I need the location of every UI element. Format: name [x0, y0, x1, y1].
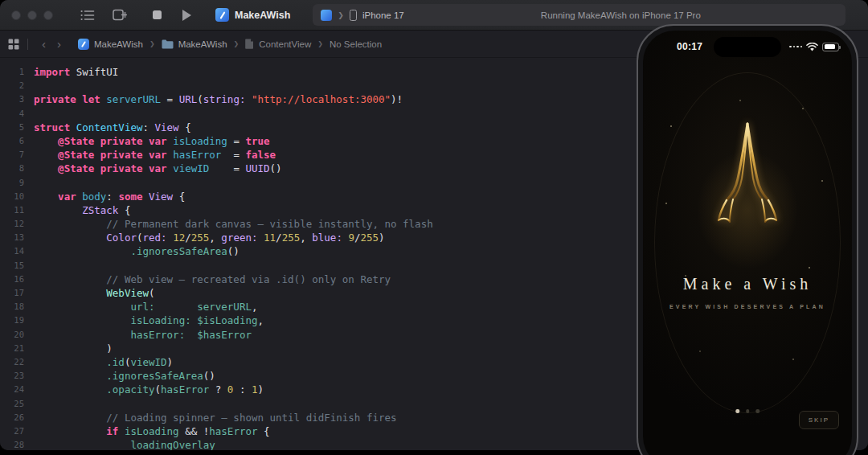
breadcrumb-selection[interactable]: No Selection [330, 39, 382, 49]
forward-button[interactable]: › [51, 38, 67, 50]
line-number[interactable]: 26 [0, 411, 34, 424]
active-project: MakeAWish [215, 8, 290, 22]
wifi-icon [806, 43, 818, 51]
line-number[interactable]: 22 [0, 355, 34, 369]
line-number[interactable]: 9 [0, 176, 34, 190]
window-controls [11, 10, 53, 20]
code-text: .id(viewID) [34, 355, 173, 369]
praying-hands-artwork [699, 117, 796, 238]
scheme-app-icon [321, 10, 332, 21]
breadcrumb-file[interactable]: ContentView [259, 39, 311, 49]
line-number[interactable]: 6 [0, 134, 34, 148]
page-dot [746, 409, 750, 413]
star-decoration [739, 100, 741, 101]
battery-icon [822, 43, 839, 51]
close-window-button[interactable] [11, 10, 21, 20]
compose-new-icon[interactable] [113, 9, 127, 21]
code-text: private let serverURL = URL(string: "htt… [34, 92, 403, 106]
line-number[interactable]: 14 [0, 244, 34, 258]
play-icon [182, 10, 191, 21]
destination-device[interactable]: iPhone 17 [362, 10, 404, 20]
stop-icon [153, 10, 162, 19]
line-number[interactable]: 17 [0, 286, 34, 300]
folder-icon [162, 39, 174, 49]
line-number[interactable]: 10 [0, 190, 34, 203]
code-text: .ignoresSafeArea() [34, 369, 215, 383]
navigator-list-icon[interactable] [80, 10, 95, 21]
line-number[interactable]: 24 [0, 383, 34, 396]
star-decoration [802, 108, 804, 109]
code-text: ) [34, 342, 113, 355]
related-items-icon[interactable] [8, 39, 19, 50]
line-number[interactable]: 2 [0, 79, 34, 92]
code-text: // Loading spinner — shown until didFini… [34, 411, 397, 424]
stop-button[interactable] [153, 10, 162, 19]
app-subtitle: EVERY WISH DESERVES A PLAN [643, 304, 852, 309]
minimize-window-button[interactable] [27, 10, 37, 20]
scheme-status-pill[interactable]: ❯ iPhone 17 Running MakeAWish on iPhone … [313, 4, 845, 26]
code-text: @State private var hasError = false [34, 148, 276, 162]
app-title: Make a Wish [643, 275, 852, 293]
iphone-device-icon [350, 10, 357, 21]
line-number[interactable]: 25 [0, 397, 34, 411]
divider [27, 39, 28, 50]
status-bar: 00:17 [643, 41, 852, 52]
chevron-right-icon: ❯ [232, 40, 241, 47]
star-decoration [821, 180, 823, 182]
line-number[interactable]: 21 [0, 342, 34, 355]
line-number[interactable]: 27 [0, 424, 34, 438]
code-text: url: serverURL, [34, 300, 257, 314]
code-text: hasError: $hasError [34, 328, 252, 342]
chevron-right-icon: ❯ [148, 40, 157, 47]
simulator-screen: Make a Wish EVERY WISH DESERVES A PLAN S… [643, 31, 852, 455]
cellular-signal-icon [789, 46, 802, 48]
project-icon [78, 39, 89, 50]
app-icon [215, 8, 229, 22]
code-text: if isLoading && !hasError { [34, 424, 270, 438]
line-number[interactable]: 20 [0, 328, 34, 342]
star-decoration [665, 203, 667, 204]
line-number[interactable]: 4 [0, 107, 34, 121]
skip-button[interactable]: SKIP [799, 411, 839, 429]
line-number[interactable]: 19 [0, 314, 34, 327]
line-number[interactable]: 16 [0, 273, 34, 286]
code-text: loadingOverlay [34, 438, 215, 450]
line-number[interactable]: 3 [0, 92, 34, 106]
line-number[interactable]: 28 [0, 438, 34, 450]
chevron-right-icon: ❯ [338, 11, 344, 19]
line-number[interactable]: 1 [0, 65, 34, 79]
back-button[interactable]: ‹ [36, 38, 51, 50]
code-text: .opacity(hasError ? 0 : 1) [34, 383, 264, 396]
page-indicator[interactable] [735, 409, 760, 413]
line-number[interactable]: 13 [0, 231, 34, 244]
line-number[interactable]: 18 [0, 300, 34, 314]
code-text: @State private var isLoading = true [34, 134, 270, 148]
code-text: import SwiftUI [34, 65, 118, 79]
line-number[interactable]: 23 [0, 369, 34, 383]
breadcrumb-group[interactable]: MakeAWish [178, 39, 227, 49]
swift-file-icon [245, 39, 254, 49]
breadcrumb-project[interactable]: MakeAWish [94, 39, 143, 49]
run-button[interactable] [182, 10, 191, 21]
desktop-background: MakeAWish ❯ iPhone 17 Running MakeAWish … [0, 0, 868, 455]
line-number[interactable]: 11 [0, 203, 34, 217]
iphone-simulator-window[interactable]: Make a Wish EVERY WISH DESERVES A PLAN S… [637, 24, 858, 455]
code-text: // Web view — recreated via .id() only o… [34, 273, 391, 286]
line-number[interactable]: 5 [0, 121, 34, 134]
line-number[interactable]: 15 [0, 259, 34, 273]
line-number[interactable]: 7 [0, 148, 34, 162]
code-text: // Permanent dark canvas — visible insta… [34, 217, 433, 231]
line-number[interactable]: 8 [0, 162, 34, 175]
code-text: WebView( [34, 286, 155, 300]
project-name: MakeAWish [235, 10, 290, 21]
breadcrumb: MakeAWish ❯ MakeAWish ❯ ContentView ❯ No… [78, 39, 382, 50]
page-dot-active [735, 409, 739, 413]
code-text: ZStack { [34, 203, 130, 217]
code-text: Color(red: 12/255, green: 11/255, blue: … [34, 231, 385, 244]
zoom-window-button[interactable] [43, 10, 53, 20]
line-number[interactable]: 12 [0, 217, 34, 231]
run-status-text: Running MakeAWish on iPhone 17 Pro [404, 10, 837, 20]
chevron-right-icon: ❯ [316, 40, 325, 47]
code-text: struct ContentView: View { [34, 121, 191, 134]
star-decoration [699, 350, 701, 352]
